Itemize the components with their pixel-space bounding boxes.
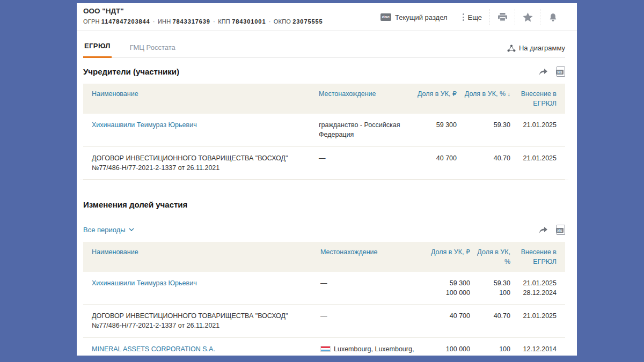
- share-rub-cell: 40 700: [419, 305, 470, 337]
- col-header-share-rub[interactable]: Доля в УК, ₽: [409, 84, 457, 114]
- to-diagram-label: На диаграмму: [519, 44, 565, 52]
- entry-date-cell: 21.01.2025 28.12.2024: [510, 272, 565, 305]
- ogrn-label: ОГРН: [83, 18, 100, 25]
- separator: ·: [268, 18, 272, 25]
- col-header-location[interactable]: Местонахождение: [310, 84, 409, 114]
- location-cell: Luxembourg, Luxembourg, rue Nicolas Bove…: [312, 337, 419, 356]
- participant-name-link[interactable]: Хихинашвили Теимураз Юрьевич: [92, 279, 197, 287]
- entry-date-cell: 21.01.2025: [510, 305, 565, 337]
- main-content: ЕГРЮЛ ГМЦ Росстата На диаграмму Учредите…: [77, 42, 577, 356]
- chevron-down-icon: [129, 228, 134, 231]
- table-row: MINERAL ASSETS CORPORATION S.A. Luxembou…: [83, 337, 565, 356]
- location-cell: гражданство - Российская Федерация: [310, 114, 409, 146]
- xls-icon: xls: [557, 67, 565, 77]
- separator: ·: [152, 18, 156, 25]
- sort-desc-icon: ↓: [508, 91, 511, 97]
- tab-gmc-rosstata[interactable]: ГМЦ Росстата: [129, 43, 177, 58]
- col-header-name[interactable]: Наименование: [83, 84, 310, 114]
- name-cell: Хихинашвили Теимураз Юрьевич: [83, 114, 310, 146]
- bell-icon: [548, 13, 558, 22]
- name-cell: ДОГОВОР ИНВЕСТИЦИОННОГО ТОВАРИЩЕСТВА "ВО…: [83, 305, 312, 337]
- printer-icon: [497, 13, 508, 21]
- separator: ·: [212, 18, 216, 25]
- tab-bar: ЕГРЮЛ ГМЦ Росстата На диаграмму: [83, 42, 565, 58]
- share-pct-cell: 59.30: [457, 114, 510, 146]
- share-button[interactable]: [538, 226, 548, 234]
- changes-title: Изменения долей участия: [83, 200, 565, 209]
- company-page-panel: ООО "НДТ" ОГРН 1147847203844 · ИНН 78433…: [77, 3, 577, 356]
- location-cell: —: [312, 305, 419, 337]
- share-pct-cell: 40.70: [457, 146, 510, 179]
- doc-icon: doc: [380, 13, 391, 21]
- to-diagram-link[interactable]: На диаграмму: [507, 44, 565, 57]
- share-rub-cell: 40 700: [409, 146, 457, 179]
- share-rub-cell: 100 000: [419, 337, 470, 356]
- share-arrow-icon: [538, 68, 548, 76]
- tab-egrul[interactable]: ЕГРЮЛ: [83, 42, 112, 58]
- participant-name-link[interactable]: MINERAL ASSETS CORPORATION S.A.: [92, 345, 215, 353]
- luxembourg-flag-icon: [320, 346, 331, 352]
- location-cell: —: [310, 146, 409, 179]
- notifications-button[interactable]: [540, 9, 565, 25]
- more-button[interactable]: Еще: [455, 13, 489, 21]
- period-filter-dropdown[interactable]: Все периоды: [83, 226, 134, 234]
- period-filter-label: Все периоды: [83, 226, 126, 234]
- table-row: Хихинашвили Теимураз Юрьевич гражданство…: [83, 114, 565, 146]
- founders-section-header: Учредители (участники) xls: [83, 67, 565, 77]
- share-button[interactable]: [538, 68, 548, 76]
- kpp-value: 784301001: [232, 18, 266, 25]
- founders-header-row: Наименование Местонахождение Доля в УК, …: [83, 84, 565, 114]
- changes-header-row: Наименование Местонахождение Доля в УК, …: [83, 242, 565, 272]
- col-header-share-pct[interactable]: Доля в УК, %: [470, 242, 510, 272]
- okpo-value: 23075555: [292, 18, 323, 25]
- col-header-location[interactable]: Местонахождение: [312, 242, 419, 272]
- more-label: Еще: [468, 13, 482, 21]
- share-pct-cell: 100: [470, 337, 510, 356]
- okpo-label: ОКПО: [274, 18, 291, 25]
- name-cell: Хихинашвили Теимураз Юрьевич: [83, 272, 312, 305]
- col-header-entry[interactable]: Внесение в ЕГРЮЛ: [510, 242, 565, 272]
- share-arrow-icon: [538, 226, 548, 234]
- table-row: ДОГОВОР ИНВЕСТИЦИОННОГО ТОВАРИЩЕСТВА "ВО…: [83, 146, 565, 179]
- ogrn-value: 1147847203844: [101, 18, 150, 25]
- col-header-entry[interactable]: Внесение в ЕГРЮЛ: [510, 84, 565, 114]
- print-button[interactable]: [489, 9, 515, 25]
- entry-date-cell: 21.01.2025: [510, 146, 565, 179]
- diagram-icon: [507, 45, 516, 52]
- header-toolbar: doc Текущий раздел Еще: [373, 7, 565, 27]
- changes-filter-row: Все периоды xls: [83, 225, 565, 235]
- company-name: ООО "НДТ": [83, 7, 323, 16]
- share-pct-cell: 59.30 100: [470, 272, 510, 305]
- company-info: ООО "НДТ" ОГРН 1147847203844 · ИНН 78433…: [83, 7, 323, 26]
- favorite-button[interactable]: [515, 9, 540, 25]
- col-header-share-pct[interactable]: Доля в УК, % ↓: [457, 84, 510, 114]
- location-cell: —: [312, 272, 419, 305]
- page-header: ООО "НДТ" ОГРН 1147847203844 · ИНН 78433…: [77, 3, 577, 31]
- changes-table: Наименование Местонахождение Доля в УК, …: [83, 242, 565, 356]
- registration-codes: ОГРН 1147847203844 · ИНН 7843317639 · КП…: [83, 18, 323, 26]
- col-header-name[interactable]: Наименование: [83, 242, 312, 272]
- table-row: Хихинашвили Теимураз Юрьевич — 59 300 10…: [83, 272, 565, 305]
- name-cell: MINERAL ASSETS CORPORATION S.A.: [83, 337, 312, 356]
- entry-date-cell: 21.01.2025: [510, 114, 565, 146]
- inn-label: ИНН: [158, 18, 171, 25]
- founders-title: Учредители (участники): [83, 67, 179, 76]
- export-xls-button[interactable]: xls: [557, 67, 565, 77]
- founders-table: Наименование Местонахождение Доля в УК, …: [83, 84, 565, 180]
- entry-date-cell: 12.12.2014: [510, 337, 565, 356]
- founder-name-link[interactable]: Хихинашвили Теимураз Юрьевич: [92, 121, 197, 129]
- col-header-share-rub[interactable]: Доля в УК, ₽: [419, 242, 470, 272]
- section-divider: [80, 180, 568, 180]
- xls-icon: xls: [557, 225, 565, 235]
- more-dots-icon: [463, 13, 464, 21]
- export-xls-button[interactable]: xls: [557, 225, 565, 235]
- star-icon: [523, 12, 533, 22]
- current-section-label: Текущий раздел: [395, 13, 448, 21]
- share-pct-cell: 40.70: [470, 305, 510, 337]
- table-row: ДОГОВОР ИНВЕСТИЦИОННОГО ТОВАРИЩЕСТВА "ВО…: [83, 305, 565, 337]
- name-cell: ДОГОВОР ИНВЕСТИЦИОННОГО ТОВАРИЩЕСТВА "ВО…: [83, 146, 310, 179]
- kpp-label: КПП: [218, 18, 230, 25]
- current-section-button[interactable]: doc Текущий раздел: [373, 13, 455, 21]
- share-rub-cell: 59 300: [409, 114, 457, 146]
- share-rub-cell: 59 300 100 000: [419, 272, 470, 305]
